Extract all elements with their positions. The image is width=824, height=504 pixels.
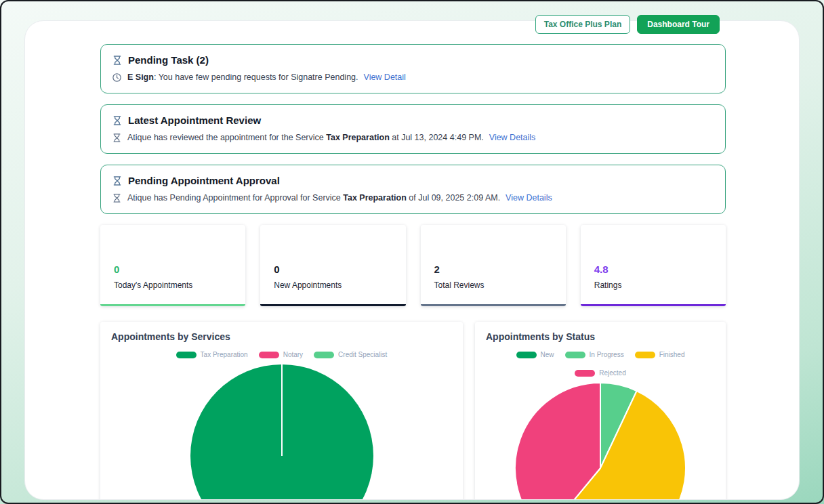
legend-item[interactable]: Finished <box>635 351 685 358</box>
notice-text: E Sign: You have few pending requests fo… <box>127 72 406 83</box>
notice-title: Pending Appointment Approval <box>128 175 280 186</box>
stat-value: 0 <box>274 264 405 275</box>
stat-accent-bar <box>100 304 245 306</box>
dashboard-content: Pending Task (2) E Sign: You have few pe… <box>100 44 726 500</box>
legend-item[interactable]: Tax Preparation <box>176 351 248 358</box>
stat-value: 2 <box>434 264 566 275</box>
legend-item[interactable]: Notary <box>259 351 303 358</box>
chart-legend: Tax PreparationNotaryCredit Specialist <box>111 351 452 358</box>
notice-title: Latest Appointment Review <box>128 114 261 126</box>
stats-row: 0 Today's Appointments 0 New Appointment… <box>100 225 726 306</box>
notice-text: Atique has Pending Appointment for Appro… <box>127 192 552 204</box>
hourglass-icon <box>112 55 123 66</box>
legend-label: Finished <box>659 351 685 358</box>
chart-legend: NewIn ProgressFinishedRejected <box>486 351 715 377</box>
pie-svg <box>514 382 686 500</box>
latest-review-card: Latest Appointment Review Atique has rev… <box>100 104 726 154</box>
stat-label: Today's Appointments <box>114 280 245 290</box>
legend-label: Tax Preparation <box>201 351 248 358</box>
pending-approval-card: Pending Appointment Approval Atique has … <box>100 165 726 214</box>
topbar: Tax Office Plus Plan Dashboard Tour <box>535 15 720 34</box>
services-pie-chart <box>111 364 452 500</box>
clock-icon <box>112 72 122 83</box>
legend-swatch <box>259 352 279 358</box>
notice-text: Atique has reviewed the appointment for … <box>127 132 535 144</box>
stat-accent-bar <box>581 304 726 306</box>
legend-label: New <box>541 351 554 358</box>
stat-label: Total Reviews <box>434 280 566 290</box>
legend-label: Credit Specialist <box>338 351 387 358</box>
view-details-link[interactable]: View Details <box>489 133 536 142</box>
legend-item[interactable]: In Progress <box>565 351 624 358</box>
stat-value: 0 <box>114 264 245 275</box>
hourglass-icon <box>112 115 123 126</box>
stat-accent-bar <box>260 304 405 306</box>
stat-card: 4.8 Ratings <box>581 225 726 306</box>
legend-swatch <box>565 352 585 358</box>
plan-button[interactable]: Tax Office Plus Plan <box>535 15 630 34</box>
charts-row: Appointments by Services Tax Preparation… <box>100 322 726 500</box>
dashboard-tour-button[interactable]: Dashboard Tour <box>637 15 720 34</box>
hourglass-icon <box>112 133 122 143</box>
legend-swatch <box>635 352 655 358</box>
stat-label: New Appointments <box>274 280 405 290</box>
legend-swatch <box>575 370 595 377</box>
legend-swatch <box>314 352 334 358</box>
view-details-link[interactable]: View Details <box>506 193 552 203</box>
main-panel: Pending Task (2) E Sign: You have few pe… <box>24 20 800 500</box>
legend-swatch <box>516 352 537 358</box>
legend-item[interactable]: New <box>516 351 554 358</box>
legend-label: In Progress <box>590 351 624 358</box>
pie-svg <box>190 364 374 500</box>
stat-card: 2 Total Reviews <box>421 225 566 306</box>
stat-label: Ratings <box>594 280 726 290</box>
hourglass-icon <box>112 193 122 203</box>
legend-label: Rejected <box>599 369 625 377</box>
legend-item[interactable]: Credit Specialist <box>314 351 387 358</box>
chart-title: Appointments by Status <box>486 331 715 342</box>
appointments-by-services-card: Appointments by Services Tax Preparation… <box>100 322 463 500</box>
legend-swatch <box>176 352 197 358</box>
legend-item[interactable]: Rejected <box>575 369 625 377</box>
status-pie-chart <box>486 382 715 500</box>
stat-card: 0 Today's Appointments <box>100 225 245 306</box>
chart-title: Appointments by Services <box>111 331 452 342</box>
pending-task-card: Pending Task (2) E Sign: You have few pe… <box>100 44 726 93</box>
notice-title: Pending Task (2) <box>128 54 209 66</box>
view-detail-link[interactable]: View Detail <box>364 72 406 82</box>
legend-label: Notary <box>283 351 303 358</box>
stat-value: 4.8 <box>594 264 726 275</box>
hourglass-icon <box>112 175 123 186</box>
stat-card: 0 New Appointments <box>260 225 405 306</box>
stat-accent-bar <box>421 304 566 306</box>
appointments-by-status-card: Appointments by Status NewIn ProgressFin… <box>475 322 726 500</box>
